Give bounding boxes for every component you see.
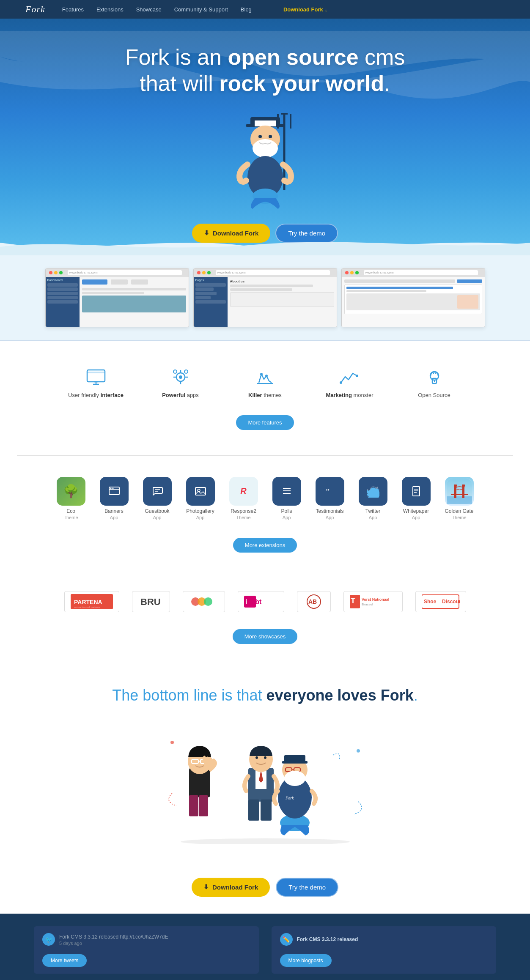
goldengate-theme-icon[interactable] (445, 477, 474, 506)
response2-theme-icon[interactable]: R (229, 477, 258, 506)
feature-killer-themes: Killer themes (236, 367, 295, 398)
banners-app-type: App (104, 515, 124, 520)
showcase-bru: BRU (132, 591, 170, 612)
svg-text:": " (326, 486, 330, 497)
more-showcases-button[interactable]: More showcases (233, 629, 298, 644)
polls-app-type: App (281, 515, 292, 520)
svg-rect-79 (189, 795, 198, 816)
nav-extensions[interactable]: Extensions (96, 6, 124, 13)
banners-app-icon[interactable] (100, 477, 129, 506)
powerful-apps-icon (168, 367, 193, 388)
svg-point-29 (340, 381, 342, 384)
nav-logo[interactable]: Fork (25, 4, 45, 15)
blog-block: ✏️ Fork CMS 3.3.12 released More blogpos… (272, 926, 497, 974)
nav-blog[interactable]: Blog (241, 6, 252, 13)
feature-powerful-apps: Powerful apps (151, 367, 210, 398)
footer-social: 🐦 Fork CMS 3.3.12 released http://t.co/U… (0, 914, 530, 980)
screenshot-3: www.fork-cms.com (341, 268, 485, 327)
svg-point-91 (264, 756, 266, 759)
svg-rect-56 (462, 485, 465, 487)
svg-text:Brussel: Brussel (362, 602, 373, 606)
more-tweets-button[interactable]: More tweets (42, 954, 87, 967)
svg-rect-97 (282, 761, 308, 764)
features-section: User friendly interface Powerful apps Ki… (0, 341, 530, 455)
photogallery-app-type: App (186, 515, 214, 520)
svg-point-25 (184, 370, 188, 373)
svg-point-19 (179, 375, 182, 379)
svg-point-101 (284, 771, 305, 786)
blog-icon: ✏️ (280, 933, 293, 946)
banners-app-name: Banners (104, 508, 124, 515)
ext-response2-theme: R Response2 Theme (225, 477, 263, 521)
svg-point-77 (357, 749, 360, 753)
testimonial-section: The bottom line is that everyone loves F… (0, 661, 530, 869)
nav-community[interactable]: Community & Support (174, 6, 228, 13)
testimonial-headline: The bottom line is that everyone loves F… (17, 687, 513, 704)
nav-features[interactable]: Features (62, 6, 84, 13)
bottom-demo-button[interactable]: Try the demo (276, 878, 338, 897)
twitter-tweet-text: Fork CMS 3.3.12 released http://t.co/Uhz… (59, 933, 168, 941)
eco-theme-name: Eco (63, 508, 78, 515)
feature-user-friendly-label: User friendly interface (68, 392, 124, 398)
svg-point-26 (260, 373, 263, 375)
svg-rect-54 (451, 494, 468, 495)
twitter-icon: 🐦 (42, 933, 55, 946)
svg-rect-39 (195, 487, 206, 495)
goldengate-theme-type: Theme (445, 515, 473, 520)
screenshot-1: www.fork-cms.com Dashboard (45, 268, 189, 327)
ext-eco-theme: 🌳 Eco Theme (52, 477, 90, 521)
ext-testimonials-app: " Testimonials App (311, 477, 349, 521)
svg-point-90 (255, 756, 258, 759)
testimonials-app-name: Testimonials (316, 508, 343, 515)
feature-killer-themes-label: Killer themes (248, 392, 282, 398)
hero-bottom-wave (0, 230, 530, 255)
whitepaper-app-icon[interactable] (402, 477, 431, 506)
response2-theme-type: Theme (231, 515, 256, 520)
feature-user-friendly: User friendly interface (66, 367, 126, 398)
polls-app-icon[interactable] (272, 477, 301, 506)
whitepaper-app-name: Whitepaper (403, 508, 429, 515)
ext-whitepaper-app: Whitepaper App (397, 477, 435, 521)
feature-marketing-monster: Marketing monster (320, 367, 379, 398)
nav-download[interactable]: Download Fork ↓ (283, 6, 505, 13)
guestbook-app-icon[interactable] (143, 477, 172, 506)
ext-banners-app: Banners App (95, 477, 133, 521)
twitter-app-icon[interactable] (359, 477, 387, 506)
polls-app-name: Polls (281, 508, 292, 515)
photogallery-app-icon[interactable] (186, 477, 215, 506)
killer-themes-icon (253, 367, 278, 388)
twitter-app-type: App (365, 515, 380, 520)
svg-rect-87 (248, 799, 259, 821)
svg-rect-55 (454, 485, 457, 487)
screenshots-strip: www.fork-cms.com Dashboard (0, 255, 530, 341)
svg-point-28 (356, 375, 358, 377)
eco-theme-type: Theme (63, 515, 78, 520)
ext-goldengate-theme: Golden Gate Theme (440, 477, 478, 521)
more-blogposts-button[interactable]: More blogposts (280, 954, 332, 967)
bottom-download-button[interactable]: ⬇ Download Fork (192, 878, 270, 897)
hero-wave-bg (0, 31, 530, 116)
blog-block-header: ✏️ Fork CMS 3.3.12 released (280, 933, 488, 946)
svg-point-8 (258, 135, 262, 138)
eco-theme-icon[interactable]: 🌳 (57, 477, 85, 506)
svg-text:Discount: Discount (442, 599, 460, 605)
svg-point-9 (269, 135, 272, 138)
guestbook-app-name: Guestbook (145, 508, 169, 515)
extensions-section: 🌳 Eco Theme Banners App Guestbook App (0, 456, 530, 574)
svg-text:Shoe: Shoe (424, 599, 437, 605)
more-extensions-button[interactable]: More extensions (233, 538, 297, 553)
svg-text:AB: AB (308, 598, 317, 605)
svg-point-35 (110, 487, 111, 489)
feature-marketing-label: Marketing monster (326, 392, 373, 398)
more-features-button[interactable]: More features (236, 415, 294, 430)
svg-rect-80 (199, 795, 208, 816)
svg-text:accountants & partners: accountants & partners (74, 606, 100, 608)
twitter-time: 5 days ago (59, 941, 168, 946)
testimonials-app-icon[interactable]: " (316, 477, 344, 506)
nav-showcase[interactable]: Showcase (136, 6, 162, 13)
hero-mascot (219, 105, 312, 215)
screenshot-2: www.fork-cms.com Pages About us (193, 268, 337, 327)
ext-polls-app: Polls App (268, 477, 306, 521)
showcases-logos: PARTENAaccountants & partners BRU iibbt … (17, 591, 513, 612)
svg-text:Fork: Fork (285, 796, 294, 800)
